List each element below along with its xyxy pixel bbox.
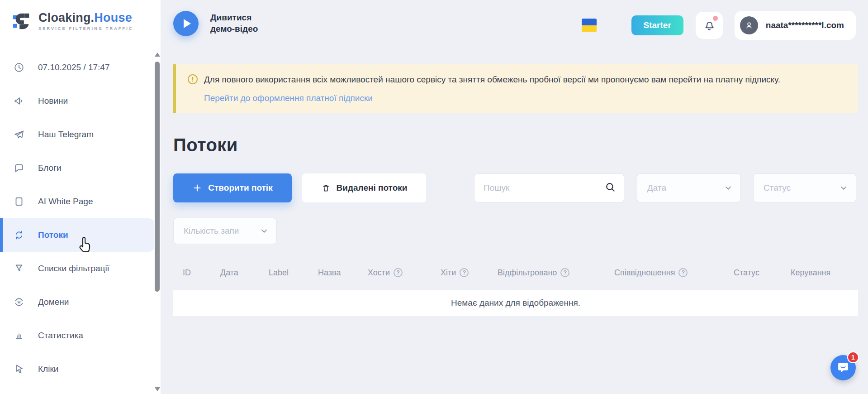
page-icon xyxy=(14,196,24,207)
column-header: Відфільтровано xyxy=(498,268,614,278)
sidebar-item-label: Домени xyxy=(38,297,69,307)
svg-text:w: w xyxy=(17,300,21,304)
watch-demo-label: Дивитися демо-відео xyxy=(210,12,258,34)
column-header-label: Дата xyxy=(220,268,238,278)
search-input[interactable] xyxy=(474,173,624,202)
column-header-label: Label xyxy=(269,268,289,278)
chevron-down-icon xyxy=(259,226,269,236)
column-header-label: Хіти xyxy=(441,268,456,278)
play-icon xyxy=(173,11,199,36)
sidebar-item-filter-lists[interactable]: Списки фільтрації xyxy=(0,252,154,285)
column-header: Label xyxy=(269,268,318,278)
help-icon[interactable] xyxy=(678,268,688,277)
column-header-label: Назва xyxy=(318,268,341,278)
user-menu[interactable]: naata**********l.com xyxy=(735,11,856,40)
search-box xyxy=(474,173,624,202)
chevron-down-icon xyxy=(839,183,849,193)
sidebar-item-label: 07.10.2025 / 17:47 xyxy=(38,62,109,72)
deleted-flows-button[interactable]: Видалені потоки xyxy=(302,173,426,202)
brand-tagline: SERVICE FILTERING TRAFFIC xyxy=(38,26,133,31)
chart-icon xyxy=(14,330,24,341)
scrollbar-thumb[interactable] xyxy=(155,62,160,292)
warning-icon xyxy=(188,74,198,84)
cursor-icon xyxy=(14,364,24,375)
chat-icon xyxy=(14,163,24,173)
plan-badge[interactable]: Starter xyxy=(631,15,683,35)
chevron-down-icon xyxy=(723,183,733,193)
column-header: Хіти xyxy=(441,268,498,278)
sidebar-item-news[interactable]: Новини xyxy=(0,84,154,118)
column-header: Статус xyxy=(734,268,791,278)
upgrade-subscription-link[interactable]: Перейти до оформлення платної підписки xyxy=(204,93,373,103)
megaphone-icon xyxy=(14,96,24,106)
column-header-label: Хости xyxy=(368,268,390,278)
sidebar-item-ai-white-page[interactable]: AI White Page xyxy=(0,185,154,218)
chat-unread-badge: 1 xyxy=(847,351,859,363)
ukraine-flag-icon[interactable] xyxy=(582,19,597,32)
date-filter-select[interactable]: Дата xyxy=(637,173,741,202)
column-header: Дата xyxy=(220,268,269,278)
column-header: Хости xyxy=(368,268,441,278)
sidebar-item-domains[interactable]: wДомени xyxy=(0,285,154,319)
column-header-label: ID xyxy=(183,268,191,278)
notification-dot xyxy=(713,16,718,21)
column-header: ID xyxy=(183,268,220,278)
table-empty-state: Немає даних для відображення. xyxy=(173,290,858,316)
watch-demo-button[interactable]: Дивитися демо-відео xyxy=(173,11,258,36)
sidebar: Cloaking.House SERVICE FILTERING TRAFFIC… xyxy=(0,0,161,394)
sidebar-item-label: Статистика xyxy=(38,331,83,341)
bell-icon xyxy=(703,19,716,32)
sidebar-item-statistics[interactable]: Статистика xyxy=(0,319,154,352)
sidebar-nav: 07.10.2025 / 17:47НовиниНаш TelegramБлог… xyxy=(0,51,154,386)
chat-launcher-button[interactable]: 1 xyxy=(830,355,856,380)
help-icon[interactable] xyxy=(460,268,469,277)
column-header: Назва xyxy=(318,268,368,278)
sidebar-item-label: Новини xyxy=(38,96,68,106)
sidebar-item-label: AI White Page xyxy=(38,197,93,207)
status-filter-select[interactable]: Статус xyxy=(753,173,856,202)
rows-count-select[interactable]: Кількість запи xyxy=(173,218,277,244)
column-header-label: Статус xyxy=(734,268,759,278)
column-header-label: Відфільтровано xyxy=(498,268,557,278)
topbar-right: Starter naata**********l.com xyxy=(582,0,856,51)
column-header: Керування xyxy=(791,268,849,278)
empty-state-text: Немає даних для відображення. xyxy=(451,298,580,308)
toolbar: Створити потік Видалені потоки Дата Стат… xyxy=(173,173,858,202)
help-icon[interactable] xyxy=(394,268,403,277)
table-header-row: IDДатаLabelНазваХостиХітиВідфільтрованоС… xyxy=(173,261,858,284)
sidebar-item-flows[interactable]: Потоки xyxy=(0,218,154,252)
funnel-icon xyxy=(14,263,24,274)
clock-icon xyxy=(14,62,24,73)
sidebar-scrollbar xyxy=(154,51,160,392)
plus-icon xyxy=(192,183,202,193)
sidebar-item-date: 07.10.2025 / 17:47 xyxy=(0,51,154,84)
sidebar-item-label: Потоки xyxy=(38,230,68,240)
globe-icon: w xyxy=(14,297,24,308)
notifications-button[interactable] xyxy=(696,12,723,39)
page-title: Потоки xyxy=(173,135,238,155)
create-flow-button[interactable]: Створити потік xyxy=(173,173,292,202)
brand-name: Cloaking.House xyxy=(38,12,133,24)
column-header-label: Керування xyxy=(791,268,830,278)
brand-logo-icon xyxy=(12,11,33,32)
column-header-label: Співвідношення xyxy=(614,268,675,278)
sidebar-item-telegram[interactable]: Наш Telegram xyxy=(0,118,154,151)
scrollbar-down-arrow[interactable] xyxy=(155,387,160,391)
sidebar-item-clicks[interactable]: Кліки xyxy=(0,352,154,386)
main-area: Дивитися демо-відео Starter xyxy=(161,0,868,394)
sidebar-item-label: Списки фільтрації xyxy=(38,264,109,274)
chat-bubble-icon xyxy=(836,361,850,375)
user-icon xyxy=(744,20,754,30)
trash-icon xyxy=(321,183,331,193)
banner-message: Для повного використання всіх можливосте… xyxy=(204,73,780,86)
sidebar-item-label: Кліки xyxy=(38,364,58,374)
avatar xyxy=(740,16,758,34)
scrollbar-up-arrow[interactable] xyxy=(155,53,160,57)
help-icon[interactable] xyxy=(560,268,569,277)
search-icon xyxy=(604,181,616,193)
brand-logo[interactable]: Cloaking.House SERVICE FILTERING TRAFFIC xyxy=(0,0,161,39)
user-email: naata**********l.com xyxy=(766,20,844,30)
sidebar-item-blogs[interactable]: Блоги xyxy=(0,151,154,185)
trial-warning-banner: Для повного використання всіх можливосте… xyxy=(173,64,858,113)
app-root: Cloaking.House SERVICE FILTERING TRAFFIC… xyxy=(0,0,868,394)
